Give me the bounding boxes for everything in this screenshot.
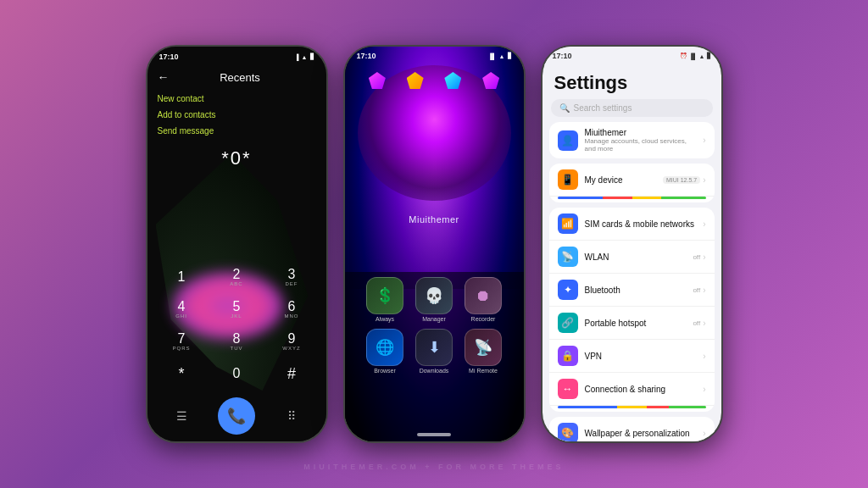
- sim-icon: 📶: [558, 214, 578, 234]
- watermark: MIUITHEMER.COM + FOR MORE THEMES: [303, 463, 564, 471]
- add-to-contacts-button[interactable]: Add to contacts: [158, 110, 316, 119]
- home-indicator: [417, 433, 451, 436]
- call-button[interactable]: 📞: [218, 397, 255, 435]
- app-label-6: Mi Remote: [469, 368, 498, 374]
- key-0[interactable]: 0: [216, 358, 257, 389]
- chevron-icon: ›: [703, 219, 705, 229]
- keypad-row-2: 4GHI 5JKL 6MNO: [154, 294, 320, 324]
- new-contact-button[interactable]: New contact: [158, 94, 316, 103]
- chevron-icon: ›: [703, 252, 705, 262]
- wallpaper: Miuithemer 💲 Always 💀 Manager ⏺ Recorder: [345, 47, 524, 441]
- app-always-on[interactable]: 💲 Always: [363, 277, 407, 322]
- signal-icon: ▐▌: [689, 53, 698, 59]
- app-miremote[interactable]: 📡 Mi Remote: [461, 329, 505, 374]
- key-3[interactable]: 3DEF: [271, 262, 312, 292]
- send-message-button[interactable]: Send message: [158, 126, 316, 136]
- alarm-icon: ⏰: [680, 53, 687, 59]
- phone1-time: 17:10: [159, 53, 179, 61]
- settings-item-hotspot[interactable]: 🔗 Portable hotspot off ›: [549, 307, 715, 340]
- gem-1: [369, 72, 386, 89]
- account-card: 👤 Miuithemer Manage accounts, cloud serv…: [549, 122, 715, 158]
- search-placeholder: Search settings: [574, 103, 632, 113]
- phone2-status-bar: 17:10 ▐▌ ▲ ▊: [345, 47, 524, 65]
- phone2-time: 17:10: [357, 52, 376, 60]
- keypad-toggle-icon[interactable]: ☰: [170, 404, 193, 428]
- keypad-row-3: 7PQRS 8TUV 9WXYZ: [154, 326, 320, 357]
- device-right: MIUI 12.5.7 ›: [663, 175, 706, 185]
- personalization-card: 🎨 Wallpaper & personalization › 🔐 Always…: [549, 417, 715, 441]
- phone2-background: Miuithemer 💲 Always 💀 Manager ⏺ Recorder: [345, 47, 524, 441]
- app-label-4: Browser: [374, 368, 396, 374]
- chevron-icon: ›: [703, 136, 705, 145]
- battery-icon: ▊: [508, 53, 512, 59]
- keypad-row-1: 1 2ABC 3DEF: [154, 262, 320, 292]
- wifi-icon: ▲: [699, 53, 705, 59]
- wallpaper-label: Wallpaper & personalization: [585, 429, 697, 438]
- app-recorder[interactable]: ⏺ Recorder: [461, 277, 505, 322]
- vpn-label: VPN: [585, 352, 697, 361]
- phone1-status-icons: ▐ ▲ ▊: [295, 53, 314, 60]
- bluetooth-status: off: [693, 286, 700, 294]
- dial-number: *0*: [221, 147, 251, 169]
- back-button[interactable]: ←: [158, 70, 170, 84]
- settings-item-account[interactable]: 👤 Miuithemer Manage accounts, cloud serv…: [549, 122, 715, 158]
- settings-item-wallpaper[interactable]: 🎨 Wallpaper & personalization ›: [549, 417, 715, 441]
- gem-4: [482, 72, 499, 89]
- key-8[interactable]: 8TUV: [216, 326, 257, 357]
- settings-search[interactable]: 🔍 Search settings: [551, 99, 713, 117]
- account-label: Miuithemer: [585, 128, 697, 137]
- app-downloads[interactable]: ⬇ Downloads: [412, 329, 456, 374]
- key-1[interactable]: 1: [161, 262, 202, 292]
- settings-item-vpn[interactable]: 🔒 VPN ›: [549, 340, 715, 373]
- wallpaper-text: Wallpaper & personalization: [585, 429, 697, 438]
- vpn-text: VPN: [585, 352, 697, 361]
- keypad: 1 2ABC 3DEF 4GHI 5JKL 6MNO 7PQRS 8TUV 9W…: [147, 262, 326, 394]
- app-label-5: Downloads: [420, 368, 449, 374]
- bluetooth-text: Bluetooth: [585, 286, 687, 295]
- phone3-status-bar: 17:10 ⏰ ▐▌ ▲ ▊: [542, 47, 721, 65]
- key-5[interactable]: 5JKL: [216, 294, 257, 324]
- app-icon-record: ⏺: [465, 277, 502, 314]
- settings-item-sharing[interactable]: ↔ Connection & sharing ›: [549, 373, 715, 406]
- dialer-display: *0*: [147, 141, 326, 176]
- key-2[interactable]: 2ABC: [216, 262, 257, 292]
- hotspot-label: Portable hotspot: [585, 319, 687, 328]
- app-browser[interactable]: 🌐 Browser: [363, 329, 407, 374]
- key-star[interactable]: *: [161, 358, 202, 389]
- chevron-icon: ›: [703, 352, 705, 361]
- account-sub: Manage accounts, cloud services, and mor…: [585, 137, 697, 152]
- device-text: My device: [585, 175, 656, 185]
- search-icon: 🔍: [559, 103, 570, 113]
- wlan-text: WLAN: [585, 252, 687, 262]
- dialpad-icon[interactable]: ⠿: [280, 404, 303, 428]
- chevron-icon: ›: [703, 385, 705, 394]
- key-9[interactable]: 9WXYZ: [271, 326, 312, 357]
- key-7[interactable]: 7PQRS: [161, 326, 202, 357]
- wifi-icon: ▲: [499, 53, 505, 59]
- app-row-1: 💲 Always 💀 Manager ⏺ Recorder: [345, 272, 524, 324]
- hotspot-text: Portable hotspot: [585, 319, 687, 328]
- contact-menu: New contact Add to contacts Send message: [147, 89, 326, 141]
- phone2-status-icons: ▐▌ ▲ ▊: [488, 53, 512, 59]
- app-label-3: Recorder: [471, 316, 496, 322]
- network-bar: [558, 406, 706, 408]
- my-device-card: 📱 My device MIUI 12.5.7 ›: [549, 164, 715, 202]
- sharing-text: Connection & sharing: [585, 385, 697, 394]
- settings-item-device[interactable]: 📱 My device MIUI 12.5.7 ›: [549, 164, 715, 197]
- app-row-2: 🌐 Browser ⬇ Downloads 📡 Mi Remote: [345, 324, 524, 375]
- phone-homescreen: Miuithemer 💲 Always 💀 Manager ⏺ Recorder: [343, 45, 526, 443]
- app-manager[interactable]: 💀 Manager: [412, 277, 456, 322]
- key-4[interactable]: 4GHI: [161, 294, 202, 324]
- wlan-icon: 📡: [558, 247, 578, 267]
- key-6[interactable]: 6MNO: [271, 294, 312, 324]
- settings-item-sim[interactable]: 📶 SIM cards & mobile networks ›: [549, 208, 715, 241]
- storage-bar: [558, 197, 706, 199]
- chevron-icon: ›: [703, 286, 705, 295]
- key-hash[interactable]: #: [271, 358, 312, 389]
- settings-item-bluetooth[interactable]: ✦ Bluetooth off ›: [549, 274, 715, 307]
- chevron-icon: ›: [703, 429, 705, 438]
- sharing-label: Connection & sharing: [585, 385, 697, 394]
- hotspot-icon: 🔗: [558, 313, 578, 333]
- settings-item-wlan[interactable]: 📡 WLAN off ›: [549, 241, 715, 274]
- app-label-1: Always: [376, 316, 394, 322]
